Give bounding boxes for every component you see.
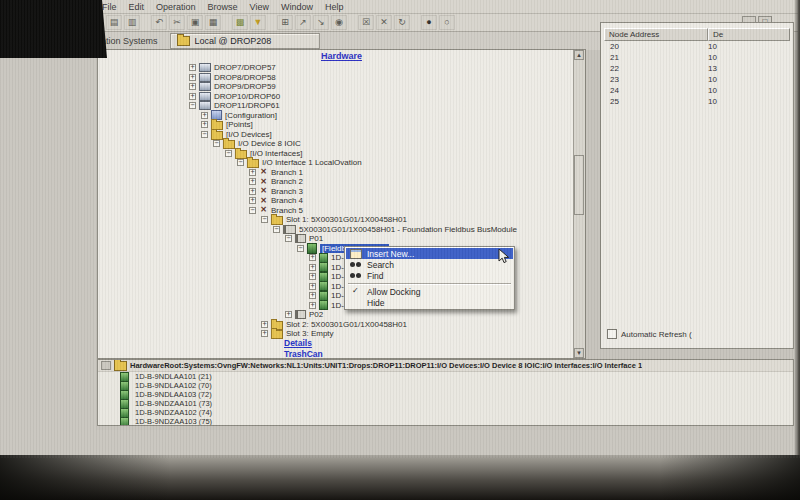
tree-item-drop9-drop59[interactable]: +DROP9/DROP59 bbox=[98, 82, 573, 92]
tree-item-p02[interactable]: +P02 bbox=[98, 310, 573, 320]
collapse-icon[interactable]: − bbox=[261, 216, 268, 223]
tree-item-p01[interactable]: −P01 bbox=[98, 234, 573, 244]
tree-item-configuration[interactable]: +[Configuration] bbox=[98, 111, 573, 121]
tree-item-points[interactable]: +[Points] bbox=[98, 120, 573, 130]
expand-icon[interactable]: + bbox=[249, 188, 256, 195]
save-icon[interactable]: ▤ bbox=[106, 15, 122, 30]
device-list-item-1d-b-9ndlaa101-21[interactable]: 1D-B-9NDLAA101 (21) bbox=[98, 372, 793, 381]
collapse-icon[interactable]: − bbox=[189, 102, 196, 109]
expand-icon[interactable]: + bbox=[249, 169, 256, 176]
tree-item-slot-3-empty[interactable]: +Slot 3: Empty bbox=[98, 329, 573, 339]
collapse-icon[interactable]: − bbox=[249, 207, 256, 214]
expand-icon[interactable]: + bbox=[285, 311, 292, 318]
tree-item-i-o-interface-1-localovation[interactable]: −I/O Interface 1 LocalOvation bbox=[98, 158, 573, 168]
tree-item-drop8-drop58[interactable]: +DROP8/DROP58 bbox=[98, 73, 573, 83]
window-new-icon[interactable]: ⊞ bbox=[277, 15, 293, 30]
collapse-icon[interactable]: − bbox=[201, 131, 208, 138]
expand-icon[interactable]: + bbox=[309, 273, 316, 280]
expand-icon[interactable]: + bbox=[309, 302, 316, 309]
form-delete-icon[interactable]: ☒ bbox=[358, 15, 374, 30]
trashcan-link[interactable]: TrashCan bbox=[284, 349, 323, 359]
tree-item-slot-2-5x00301g01-1x00458h01[interactable]: +Slot 2: 5X00301G01/1X00458H01 bbox=[98, 320, 573, 330]
collapse-icon[interactable]: − bbox=[273, 226, 280, 233]
filter-icon[interactable]: ▼ bbox=[250, 15, 266, 30]
import-icon[interactable]: ↘ bbox=[313, 15, 329, 30]
column-device[interactable]: De bbox=[708, 28, 790, 41]
copy-icon[interactable]: ▣ bbox=[187, 15, 203, 30]
expand-icon[interactable]: + bbox=[309, 292, 316, 299]
export-icon[interactable]: ↗ bbox=[295, 15, 311, 30]
expand-icon[interactable]: + bbox=[189, 74, 196, 81]
scroll-down-icon[interactable]: ▼ bbox=[574, 348, 584, 358]
menu-view[interactable]: View bbox=[244, 2, 275, 12]
print-icon[interactable]: ▥ bbox=[124, 15, 140, 30]
cut-icon[interactable]: ✂ bbox=[169, 15, 185, 30]
expand-icon[interactable]: + bbox=[261, 321, 268, 328]
device-list-item-1d-b-9ndlaa102-70[interactable]: 1D-B-9NDLAA102 (70) bbox=[98, 381, 793, 390]
details-link[interactable]: Details bbox=[284, 338, 312, 348]
tree-item-branch-3[interactable]: +✕Branch 3 bbox=[98, 187, 573, 197]
node-row-21[interactable]: 2110 bbox=[604, 53, 790, 64]
expand-icon[interactable]: + bbox=[309, 254, 316, 261]
collapse-icon[interactable]: − bbox=[297, 245, 304, 252]
collapse-icon[interactable]: − bbox=[285, 235, 292, 242]
tree-item-branch-5[interactable]: −✕Branch 5 bbox=[98, 206, 573, 216]
camera-icon[interactable]: ◉ bbox=[331, 15, 347, 30]
tree-item-branch-2[interactable]: +✕Branch 2 bbox=[98, 177, 573, 187]
tree-item-slot-1-5x00301g01-1x00458h01[interactable]: −Slot 1: 5X00301G01/1X00458H01 bbox=[98, 215, 573, 225]
find-dark-icon[interactable]: ● bbox=[421, 15, 437, 30]
expand-icon[interactable]: + bbox=[309, 283, 316, 290]
expand-icon[interactable]: + bbox=[261, 330, 268, 337]
tree-item-i-o-interfaces[interactable]: −[I/O Interfaces] bbox=[98, 149, 573, 159]
close-icon[interactable]: ✕ bbox=[376, 15, 392, 30]
context-menu-item-search[interactable]: Search bbox=[346, 259, 513, 270]
context-menu-item-find[interactable]: Find bbox=[346, 270, 513, 281]
device-list-item-1d-b-9ndzaa103-75[interactable]: 1D-B-9NDZAA103 (75) bbox=[98, 417, 793, 426]
expand-icon[interactable]: + bbox=[309, 264, 316, 271]
auto-refresh-checkbox[interactable] bbox=[607, 329, 617, 339]
node-row-23[interactable]: 2310 bbox=[604, 75, 790, 86]
collapse-icon[interactable]: − bbox=[213, 140, 220, 147]
tree-item-branch-1[interactable]: +✕Branch 1 bbox=[98, 168, 573, 178]
context-menu-item-hide[interactable]: Hide bbox=[346, 297, 513, 308]
device-list-item-1d-b-9ndzaa101-73[interactable]: 1D-B-9NDZAA101 (73) bbox=[98, 399, 793, 408]
refresh-icon[interactable]: ↻ bbox=[394, 15, 410, 30]
expand-icon[interactable]: + bbox=[249, 197, 256, 204]
tab-local-drop208[interactable]: Local @ DROP208 bbox=[170, 33, 321, 49]
device-list-item-1d-b-9ndlaa103-72[interactable]: 1D-B-9NDLAA103 (72) bbox=[98, 390, 793, 399]
tree-scrollbar[interactable]: ▲ ▼ bbox=[573, 50, 585, 358]
column-node-address[interactable]: Node Address bbox=[604, 28, 708, 41]
context-menu-item-insert-new[interactable]: Insert New... bbox=[346, 248, 513, 259]
expand-icon[interactable]: + bbox=[201, 121, 208, 128]
device-list-item-1d-b-9ndzaa102-74[interactable]: 1D-B-9NDZAA102 (74) bbox=[98, 408, 793, 417]
tree-item-drop10-drop60[interactable]: +DROP10/DROP60 bbox=[98, 92, 573, 102]
node-row-24[interactable]: 2410 bbox=[604, 86, 790, 97]
node-row-25[interactable]: 2510 bbox=[604, 97, 790, 108]
node-row-22[interactable]: 2213 bbox=[604, 64, 790, 75]
find-light-icon[interactable]: ○ bbox=[439, 15, 455, 30]
menu-help[interactable]: Help bbox=[319, 2, 350, 12]
paste-icon[interactable]: ▦ bbox=[205, 15, 221, 30]
expand-icon[interactable]: + bbox=[249, 178, 256, 185]
context-menu-item-allow-docking[interactable]: ✓Allow Docking bbox=[346, 286, 513, 297]
tree-item-i-o-device-8-ioic[interactable]: −I/O Device 8 IOIC bbox=[98, 139, 573, 149]
menu-edit[interactable]: Edit bbox=[123, 2, 151, 12]
undo-icon[interactable]: ↶ bbox=[151, 15, 167, 30]
expand-icon[interactable]: + bbox=[189, 83, 196, 90]
tree-item-drop11-drop61[interactable]: −DROP11/DROP61 bbox=[98, 101, 573, 111]
menu-window[interactable]: Window bbox=[275, 2, 319, 12]
menu-browse[interactable]: Browse bbox=[202, 2, 244, 12]
tree-item-5x00301g01-1x00458h01-foundation[interactable]: −5X00301G01/1X00458H01 - Foundation Fiel… bbox=[98, 225, 573, 235]
expand-icon[interactable]: + bbox=[189, 93, 196, 100]
tree-item-drop7-drop57[interactable]: +DROP7/DROP57 bbox=[98, 63, 573, 73]
scrollbar-thumb[interactable] bbox=[574, 155, 584, 215]
menu-operation[interactable]: Operation bbox=[150, 2, 202, 12]
collapse-icon[interactable]: − bbox=[237, 159, 244, 166]
expand-icon[interactable]: + bbox=[201, 112, 208, 119]
scroll-up-icon[interactable]: ▲ bbox=[574, 50, 584, 60]
node-row-20[interactable]: 2010 bbox=[604, 42, 790, 53]
tree-item-branch-4[interactable]: +✕Branch 4 bbox=[98, 196, 573, 206]
panel-grip-icon[interactable] bbox=[101, 361, 111, 370]
tree-item-i-o-devices[interactable]: −[I/O Devices] bbox=[98, 130, 573, 140]
collapse-icon[interactable]: − bbox=[225, 150, 232, 157]
